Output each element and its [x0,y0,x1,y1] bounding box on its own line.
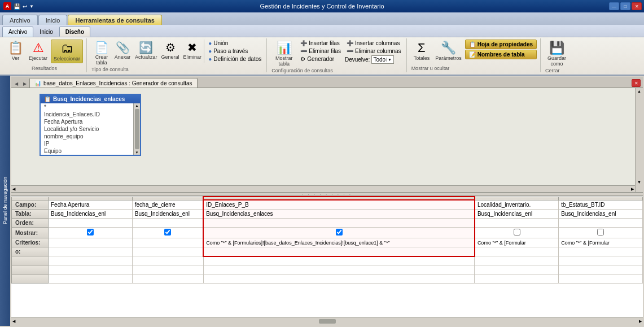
table-field-1[interactable]: Incidencia_Enlaces.ID [41,111,133,118]
grid-cell-o-2[interactable] [132,247,203,256]
grid-cell-orden-5[interactable] [559,219,643,228]
tab-archivo[interactable]: Archivo [2,15,38,25]
nav-panel[interactable]: Panel de navegación [0,76,10,326]
grid-cell-criterios-1[interactable] [49,238,133,247]
scrollbar-up[interactable]: ▲ [135,103,139,108]
minimize-btn[interactable]: — [609,2,619,10]
btn-eliminar[interactable]: ✖ Eliminar [182,40,204,61]
devuelve-label: Devuelve: [345,56,370,63]
grid-cell-tabla-5[interactable]: Busq_Incidencias_enl [559,210,643,219]
quick-access-save[interactable]: 💾 [14,3,20,10]
grid-cell-campo-1[interactable]: Fecha Apertura [49,200,133,210]
devuelve-combo[interactable]: Todo ▼ [371,55,394,64]
btn-parametros[interactable]: 🔧 Parámetros [433,40,464,62]
grid-cell-o-4[interactable] [475,247,559,256]
table-field-star[interactable]: * [41,103,133,111]
right-arrow-btn[interactable]: ▶ [21,80,29,88]
btn-totales[interactable]: Σ Totales [411,40,432,62]
doc-tab-active[interactable]: 📊 base_datos_Enlaces_Incidencias : Gener… [29,78,198,88]
title-text: Gestión de Incidentes y Control de Inven… [260,3,384,10]
btn-anexar[interactable]: 📎 Anexar [112,40,133,61]
grid-cell-campo-4[interactable]: Localidad_inventario. [475,200,559,210]
row-label-criterios: Criterios: [12,238,49,247]
grid-cell-orden-2[interactable] [132,219,203,228]
btn-crear-tabla[interactable]: 📄 Creartabla [91,40,112,67]
grid-cell-tabla-3[interactable]: Busq_Incidencias_enlaces [203,210,475,219]
btn-ejecutar[interactable]: ⚠ Ejecutar [27,40,50,62]
diagram-hscroll-left[interactable]: ◀ [11,187,16,191]
ribbon-subtab-diseno[interactable]: Diseño [59,27,90,37]
grid-cell-mostrar-1[interactable] [49,228,133,238]
grid-cell-campo-2[interactable]: fecha_de_cierre [132,200,203,210]
row-label-mostrar: Mostrar: [12,228,49,238]
quick-access-undo[interactable]: ↩ [23,3,27,10]
grid-cell-mostrar-5[interactable] [559,228,643,238]
row-label-tabla: Tabla: [12,210,49,219]
btn-hoja-propiedades[interactable]: 📋 Hoja de propiedades [465,40,537,49]
table-field-5[interactable]: IP [41,140,133,147]
btn-eliminar-columnas[interactable]: ➖ Eliminar columnas [345,47,403,55]
table-field-6[interactable]: Equipo [41,147,133,155]
grid-cell-tabla-1[interactable]: Busq_Incidencias_enl [49,210,133,219]
btn-paso-traves[interactable]: ● Paso a través [207,47,263,55]
btn-mostrar-tabla[interactable]: 📊 Mostrartabla [271,40,296,68]
grid-cell-criterios-4[interactable]: Como "*" & [Formular [475,238,559,247]
grid-cell-o-5[interactable] [559,247,643,256]
btn-guardar-como[interactable]: 💾 Guardarcomo [545,40,568,68]
check-mostrar-5[interactable] [597,229,604,236]
diagram-vscroll-down[interactable]: ▼ [636,179,642,185]
grid-cell-orden-1[interactable] [49,219,133,228]
grid-cell-o-3[interactable] [203,247,475,256]
btn-union[interactable]: ● Unión [207,40,263,47]
btn-general[interactable]: ⚙ General [160,40,181,61]
check-mostrar-4[interactable] [514,229,520,236]
btn-ver[interactable]: 📋 Ver [6,40,25,62]
diagram-hscroll-right[interactable]: ▶ [630,187,635,191]
tab-inicio[interactable]: Inicio [38,15,68,25]
ribbon-subtab-inicio[interactable]: Inicio [34,27,58,37]
diagram-vscroll-up[interactable]: ▲ [636,88,642,94]
tab-herramientas[interactable]: Herramientas de consultas [68,15,162,25]
btn-nombres-tabla[interactable]: 📝 Nombres de tabla [465,50,537,59]
btn-eliminar-filas[interactable]: ➖ Eliminar filas [299,47,343,55]
maximize-btn[interactable]: □ [620,2,630,10]
grid-cell-criterios-3[interactable]: Como "*" & [Formularios]![base_datos_Enl… [203,238,475,247]
close-btn[interactable]: ✕ [632,2,642,10]
grid-cell-tabla-4[interactable]: Busq_Incidencias_enl [475,210,559,219]
row-label-orden: Orden: [12,219,49,228]
check-mostrar-2[interactable] [164,229,171,236]
grid-cell-campo-5[interactable]: tb_Estatus_BT.ID [559,200,643,210]
grid-cell-tabla-2[interactable]: Busq_Incidencias_enl [132,210,203,219]
grid-cell-criterios-5[interactable]: Como "*" & [Formular [559,238,643,247]
window-close-btn[interactable]: ✕ [632,79,641,87]
check-mostrar-1[interactable] [87,229,94,236]
btn-definicion-datos[interactable]: ● Definición de datos [207,55,263,63]
grid-cell-mostrar-3[interactable] [203,228,475,238]
scrollbar-down[interactable]: ▼ [135,150,139,155]
check-mostrar-3[interactable] [336,229,343,236]
app-icon: A [3,2,11,10]
grid-cell-campo-3[interactable]: ID_Enlaces_P_B [203,200,475,210]
btn-seleccionar[interactable]: 🗂 Seleccionar [51,40,83,63]
left-arrow-btn[interactable]: ◀ [12,80,20,88]
table-field-2[interactable]: Fecha Apertura [41,118,133,125]
grid-cell-orden-3[interactable] [203,219,475,228]
table-box-header: 📋 Busq_Incidencias_enlaces [41,95,140,103]
table-field-3[interactable]: Localidad y/o Servicio [41,125,133,133]
grid-cell-orden-4[interactable] [475,219,559,228]
grid-cell-mostrar-2[interactable] [132,228,203,238]
ribbon-subtab-archivo[interactable]: Archivo [2,27,33,37]
btn-insertar-columnas[interactable]: ➕ Insertar columnas [345,40,403,47]
nav-panel-label: Panel de navegación [2,177,8,224]
btn-insertar-filas[interactable]: ➕ Insertar filas [299,40,343,47]
row-label-o: o: [12,247,49,256]
btn-generador[interactable]: ⚙ Generador [299,55,343,63]
grid-cell-o-1[interactable] [49,247,133,256]
btn-actualizar[interactable]: 🔄 Actualizar [133,40,159,61]
table-field-4[interactable]: nombre_equipo [41,133,133,140]
row-label-campo: Campo: [12,200,49,210]
grid-hscroll-right[interactable]: ▶ [639,319,642,324]
quick-access-dropdown[interactable]: ▼ [29,4,34,9]
grid-cell-criterios-2[interactable] [132,238,203,247]
grid-cell-mostrar-4[interactable] [475,228,559,238]
